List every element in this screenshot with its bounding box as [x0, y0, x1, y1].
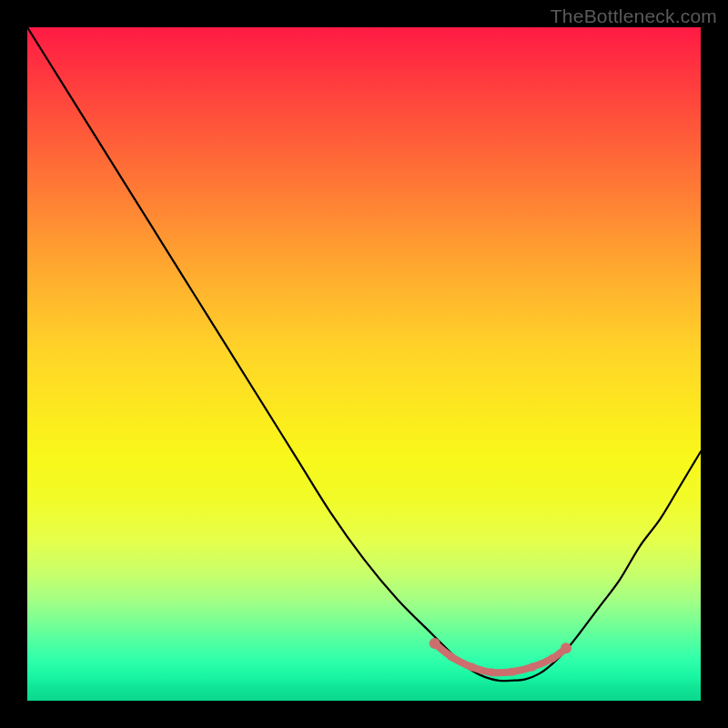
highlight-marker	[468, 663, 476, 672]
highlight-marker	[529, 663, 537, 672]
highlight-marker	[549, 654, 557, 662]
highlight-marker	[488, 668, 496, 676]
plot-area	[27, 27, 701, 701]
watermark-text: TheBottleneck.com	[551, 5, 717, 27]
bottleneck-curve-path	[27, 27, 701, 681]
highlight-marker	[508, 668, 516, 676]
highlight-marker	[448, 652, 456, 661]
chart-svg	[27, 27, 701, 701]
highlight-markers	[430, 638, 571, 676]
highlight-marker	[430, 638, 440, 649]
highlight-marker	[561, 642, 571, 653]
